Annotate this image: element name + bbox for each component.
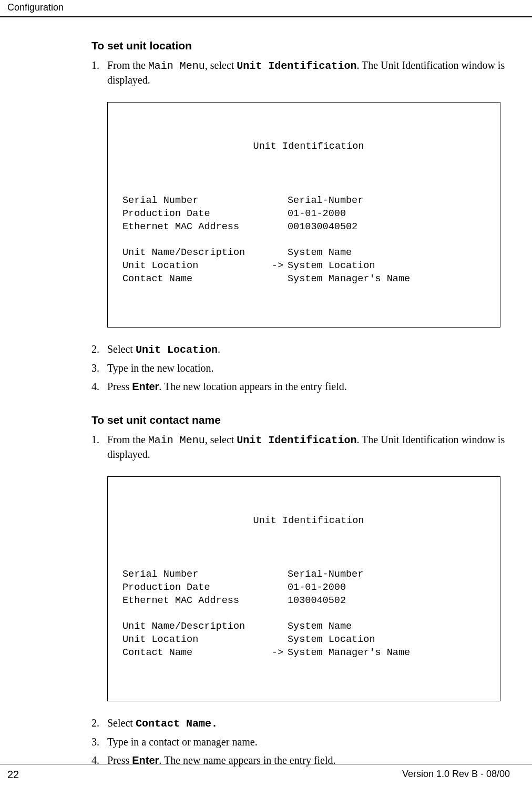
terminal-row: Contact NameSystem Manager's Name (122, 273, 495, 286)
terminal-title: Unit Identification (122, 515, 495, 528)
field-label: Ethernet MAC Address (122, 595, 269, 608)
field-value: System Location (288, 633, 495, 647)
page-body: To set unit location 1. From the Main Me… (0, 17, 532, 768)
selection-arrow-icon (269, 568, 288, 581)
step-2: 2. Select Unit Location. (91, 342, 510, 357)
field-value: 001030040502 (288, 221, 495, 234)
terminal-rows-a: Serial NumberSerial-NumberProduction Dat… (122, 195, 495, 286)
terminal-row: Ethernet MAC Address1030040502 (122, 595, 495, 608)
step-number: 1. (91, 433, 107, 462)
text: , select (205, 434, 237, 445)
selection-arrow-icon (269, 273, 288, 286)
field-value: System Name (288, 247, 495, 260)
field-label: Unit Location (122, 633, 269, 647)
field-label: Production Date (122, 581, 269, 595)
field-value: System Manager's Name (288, 647, 495, 660)
terminal-row: Unit Name/DescriptionSystem Name (122, 620, 495, 633)
field-value: 01-01-2000 (288, 581, 495, 595)
text: , select (205, 59, 237, 71)
terminal-row: Ethernet MAC Address001030040502 (122, 221, 495, 234)
text: From the (107, 434, 148, 445)
step-1: 1. From the Main Menu, select Unit Ident… (91, 433, 510, 462)
selection-arrow-icon (269, 581, 288, 595)
menu-item: Unit Location (136, 344, 218, 356)
step-body: Select Unit Location. (107, 342, 510, 357)
text: . (218, 343, 220, 355)
text: From the (107, 59, 148, 71)
terminal-row: Unit Name/DescriptionSystem Name (122, 247, 495, 260)
terminal-window-unit-location: Unit Identification Serial NumberSerial-… (107, 102, 500, 328)
field-label: Production Date (122, 208, 269, 221)
step-body: From the Main Menu, select Unit Identifi… (107, 433, 510, 462)
step-number: 2. (91, 342, 107, 357)
field-label: Contact Name (122, 647, 269, 660)
step-body: Select Contact Name. (107, 716, 510, 731)
field-label: Contact Name (122, 273, 269, 286)
step-body: Type in the new location. (107, 361, 510, 375)
field-value: System Manager's Name (288, 273, 495, 286)
text: Press (107, 381, 132, 392)
field-value: System Location (288, 260, 495, 273)
version-string: Version 1.0 Rev B - 08/00 (402, 769, 510, 781)
step-number: 3. (91, 361, 107, 375)
terminal-row: Serial NumberSerial-Number (122, 568, 495, 581)
selection-arrow-icon (269, 595, 288, 608)
text: Select (107, 717, 136, 729)
selection-arrow-icon: -> (269, 260, 288, 273)
step-body: Type in a contact or manager name. (107, 735, 510, 749)
step-2: 2. Select Contact Name. (91, 716, 510, 731)
step-body: From the Main Menu, select Unit Identifi… (107, 58, 510, 87)
key-name: Enter (132, 381, 159, 392)
terminal-row: Contact Name->System Manager's Name (122, 647, 495, 660)
selection-arrow-icon (269, 620, 288, 633)
field-label: Serial Number (122, 568, 269, 581)
step-4: 4. Press Enter. The new location appears… (91, 380, 510, 394)
terminal-window-contact-name: Unit Identification Serial NumberSerial-… (107, 476, 500, 702)
field-value: Serial-Number (288, 195, 495, 208)
step-body: Press Enter. The new location appears in… (107, 380, 510, 394)
terminal-row: Unit LocationSystem Location (122, 633, 495, 647)
field-label: Unit Name/Description (122, 620, 269, 633)
terminal-row: Serial NumberSerial-Number (122, 195, 495, 208)
terminal-row: Production Date01-01-2000 (122, 208, 495, 221)
steps-set-unit-contact-name-cont: 2. Select Contact Name. 3. Type in a con… (91, 716, 510, 768)
steps-set-unit-location-cont: 2. Select Unit Location. 3. Type in the … (91, 342, 510, 394)
field-value: System Name (288, 620, 495, 633)
terminal-row: Unit Location->System Location (122, 260, 495, 273)
selection-arrow-icon (269, 208, 288, 221)
step-number: 1. (91, 58, 107, 87)
field-label: Serial Number (122, 195, 269, 208)
steps-set-unit-contact-name: 1. From the Main Menu, select Unit Ident… (91, 433, 510, 462)
field-label: Unit Location (122, 260, 269, 273)
running-header: Configuration (0, 0, 532, 17)
selection-arrow-icon (269, 247, 288, 260)
text: . The new location appears in the entry … (159, 381, 346, 392)
menu-item: Unit Identification (237, 60, 356, 72)
terminal-row: Production Date01-01-2000 (122, 581, 495, 595)
step-3: 3. Type in the new location. (91, 361, 510, 375)
terminal-title: Unit Identification (122, 140, 495, 154)
menu-name: Main Menu (148, 434, 205, 446)
step-3: 3. Type in a contact or manager name. (91, 735, 510, 749)
selection-arrow-icon: -> (269, 647, 288, 660)
step-number: 3. (91, 735, 107, 749)
field-label: Unit Name/Description (122, 247, 269, 260)
step-number: 2. (91, 716, 107, 731)
selection-arrow-icon (269, 221, 288, 234)
page-footer: 22 Version 1.0 Rev B - 08/00 (0, 764, 532, 781)
step-1: 1. From the Main Menu, select Unit Ident… (91, 58, 510, 87)
terminal-rows-b: Serial NumberSerial-NumberProduction Dat… (122, 568, 495, 660)
heading-set-unit-location: To set unit location (91, 39, 510, 52)
menu-item: Contact Name. (136, 718, 218, 730)
selection-arrow-icon (269, 195, 288, 208)
heading-set-unit-contact-name: To set unit contact name (91, 414, 510, 426)
menu-name: Main Menu (148, 60, 205, 72)
page-number: 22 (7, 769, 19, 781)
field-label: Ethernet MAC Address (122, 221, 269, 234)
field-value: 1030040502 (288, 595, 495, 608)
field-value: Serial-Number (288, 568, 495, 581)
text: Select (107, 343, 136, 355)
selection-arrow-icon (269, 633, 288, 647)
menu-item: Unit Identification (237, 434, 356, 446)
steps-set-unit-location: 1. From the Main Menu, select Unit Ident… (91, 58, 510, 87)
